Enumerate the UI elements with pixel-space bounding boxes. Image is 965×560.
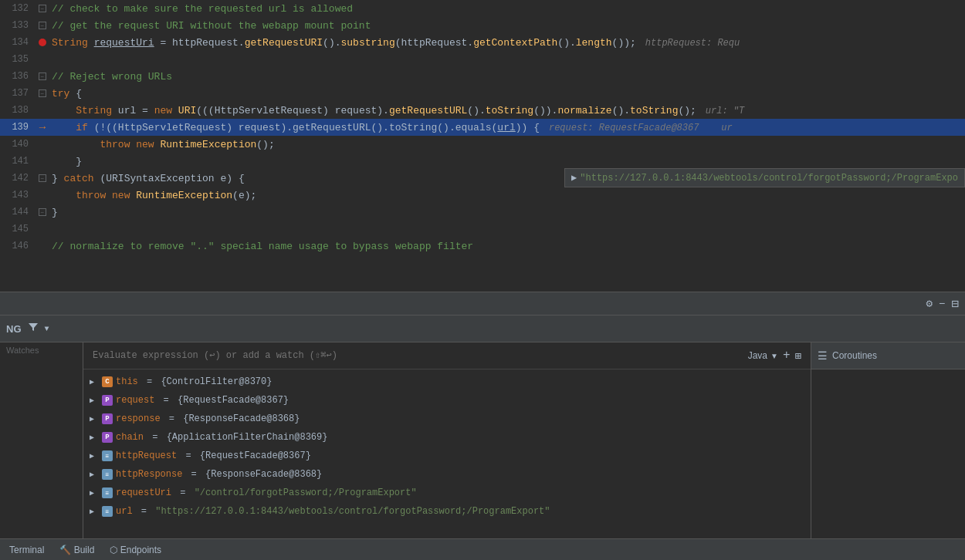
- expand-arrow-response[interactable]: ▶: [90, 414, 99, 423]
- line-num-145: 145: [0, 224, 35, 234]
- var-icon-url: ≡: [102, 506, 113, 517]
- filter-icon[interactable]: [28, 322, 39, 336]
- expand-arrow-url[interactable]: ▶: [90, 507, 99, 516]
- line-num-144: 144: [0, 207, 35, 218]
- settings-icon[interactable]: ⚙: [926, 297, 933, 310]
- line-content-144: }: [50, 207, 965, 218]
- expand-arrow-chain[interactable]: ▶: [90, 433, 99, 442]
- lang-dropdown-arrow[interactable]: ▼: [770, 352, 778, 360]
- var-item-requestUri[interactable]: ▶ ≡ requestUri = "/control/forgotPasswor…: [83, 484, 811, 502]
- var-equals-this: =: [141, 376, 158, 387]
- gutter-136: −: [35, 73, 50, 80]
- line-num-141: 141: [0, 156, 35, 167]
- var-name-httpRequest: httpRequest: [116, 450, 177, 461]
- code-line-143: 143 throw new RuntimeException(e);: [0, 187, 965, 204]
- status-build[interactable]: 🔨 Build: [59, 545, 94, 555]
- var-item-request[interactable]: ▶ P request = {RequestFacade@8367}: [83, 391, 811, 410]
- code-line-141: 141 }: [0, 153, 965, 170]
- fold-btn-133[interactable]: −: [39, 22, 46, 29]
- var-name-httpResponse: httpResponse: [116, 469, 182, 480]
- var-equals-response: =: [164, 413, 181, 424]
- var-equals-requestUri: =: [174, 487, 191, 498]
- line-content-137: try {: [50, 88, 965, 100]
- var-icon-httpRequest: ≡: [102, 450, 113, 461]
- breakpoint-dot-134[interactable]: [39, 39, 46, 46]
- code-line-144: 144 − }: [0, 204, 965, 221]
- line-num-135: 135: [0, 54, 35, 65]
- line-num-140: 140: [0, 139, 35, 150]
- code-line-138: 138 String url = new URI(((HttpServletRe…: [0, 102, 965, 119]
- eval-bar: Java ▼ + ⊞: [83, 342, 811, 369]
- add-watch-button[interactable]: +: [783, 349, 791, 363]
- status-endpoints[interactable]: ⬡ Endpoints: [110, 545, 161, 555]
- var-item-response[interactable]: ▶ P response = {ResponseFacade@8368}: [83, 410, 811, 428]
- split-icon[interactable]: ⊟: [951, 296, 959, 312]
- gutter-142: −: [35, 174, 50, 182]
- fold-btn-144[interactable]: −: [39, 208, 46, 216]
- add-watch-button-2[interactable]: ⊞: [795, 349, 801, 363]
- code-line-137: 137 − try {: [0, 85, 965, 102]
- status-terminal[interactable]: Terminal: [9, 545, 44, 555]
- var-item-this[interactable]: ▶ C this = {ControlFilter@8370}: [83, 373, 811, 391]
- line-num-146: 146: [0, 241, 35, 251]
- var-value-httpResponse: {ResponseFacade@8368}: [205, 469, 322, 480]
- fold-btn-136[interactable]: −: [39, 73, 46, 80]
- fold-btn-132[interactable]: −: [39, 5, 46, 12]
- tooltip-value: "https://127.0.0.1:8443/webtools/control…: [580, 173, 958, 184]
- gutter-134[interactable]: [35, 39, 50, 46]
- var-name-url: url: [116, 506, 133, 517]
- var-item-chain[interactable]: ▶ P chain = {ApplicationFilterChain@8369…: [83, 428, 811, 447]
- lang-label: Java: [748, 350, 767, 361]
- var-icon-request: P: [102, 395, 113, 406]
- fold-btn-137[interactable]: −: [39, 89, 46, 97]
- code-line-136: 136 − // Reject wrong URLs: [0, 68, 965, 85]
- var-value-requestUri: "/control/forgotPassword;/ProgramExport": [195, 487, 417, 498]
- tooltip-expand-arrow[interactable]: ▶: [571, 172, 577, 184]
- line-content-138: String url = new URI(((HttpServletReques…: [50, 105, 965, 116]
- eval-input[interactable]: [93, 350, 748, 361]
- expand-arrow-this[interactable]: ▶: [90, 377, 99, 386]
- var-value-request: {RequestFacade@8367}: [178, 395, 289, 406]
- var-item-httpResponse[interactable]: ▶ ≡ httpResponse = {ResponseFacade@8368}: [83, 465, 811, 484]
- code-line-140: 140 throw new RuntimeException();: [0, 136, 965, 153]
- fold-btn-142[interactable]: −: [39, 174, 46, 182]
- code-lines: 132 − // check to make sure the requeste…: [0, 0, 965, 292]
- var-value-url: "https://127.0.0.1:8443/webtools/control…: [155, 506, 550, 517]
- coroutines-panel: ☰ Coroutines: [811, 342, 965, 538]
- line-content-141: }: [50, 156, 965, 167]
- var-item-httpRequest[interactable]: ▶ ≡ httpRequest = {RequestFacade@8367}: [83, 447, 811, 465]
- var-icon-httpResponse: ≡: [102, 469, 113, 480]
- var-equals-httpResponse: =: [185, 469, 202, 480]
- line-content-134: String requestUri = httpRequest.getReque…: [50, 37, 965, 49]
- line-num-138: 138: [0, 105, 35, 116]
- line-num-134: 134: [0, 37, 35, 48]
- status-bar: Terminal 🔨 Build ⬡ Endpoints: [0, 538, 965, 560]
- lang-selector[interactable]: Java ▼: [748, 350, 778, 361]
- line-num-133: 133: [0, 20, 35, 31]
- code-settings-bar: ⚙ − ⊟: [0, 292, 965, 315]
- gutter-132: −: [35, 5, 50, 12]
- var-icon-response: P: [102, 413, 113, 424]
- variables-panel: Java ▼ + ⊞ ▶ C this = {ControlFilter@837…: [83, 342, 811, 538]
- var-item-url[interactable]: ▶ ≡ url = "https://127.0.0.1:8443/webtoo…: [83, 502, 811, 521]
- gutter-139: →: [35, 121, 50, 133]
- minimize-icon[interactable]: −: [939, 298, 945, 310]
- gutter-137: −: [35, 89, 50, 97]
- expand-arrow-httpRequest[interactable]: ▶: [90, 451, 99, 460]
- line-num-143: 143: [0, 190, 35, 201]
- line-num-142: 142: [0, 173, 35, 184]
- watch-panel: Watches: [0, 342, 83, 538]
- gutter-133: −: [35, 22, 50, 29]
- code-line-134: 134 String requestUri = httpRequest.getR…: [0, 34, 965, 51]
- var-name-requestUri: requestUri: [116, 487, 171, 498]
- line-content-139: if (!((HttpServletRequest) request).getR…: [50, 122, 965, 133]
- expand-arrow-httpResponse[interactable]: ▶: [90, 470, 99, 479]
- line-num-137: 137: [0, 88, 35, 99]
- expand-arrow-request[interactable]: ▶: [90, 396, 99, 405]
- var-icon-this: C: [102, 376, 113, 387]
- filter-dropdown[interactable]: ▼: [45, 325, 49, 333]
- var-equals-chain: =: [147, 432, 164, 443]
- tooltip-popup: ▶ "https://127.0.0.1:8443/webtools/contr…: [564, 168, 965, 187]
- var-value-chain: {ApplicationFilterChain@8369}: [167, 432, 328, 443]
- expand-arrow-requestUri[interactable]: ▶: [90, 488, 99, 498]
